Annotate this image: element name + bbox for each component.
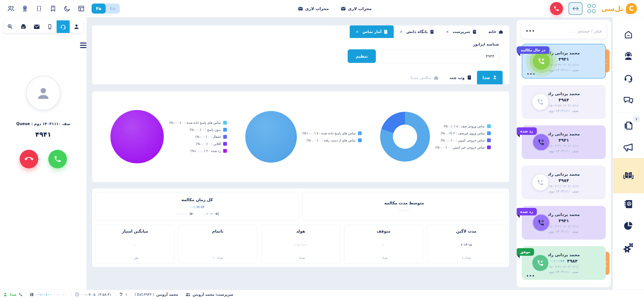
tab-home[interactable]: خانه: [482, 25, 509, 38]
supervisor-label: سرپرست: محمد آرونتن: [193, 292, 233, 296]
call-phone-icon[interactable]: [532, 94, 548, 110]
tab-call-stats-active[interactable]: آمار تماس ✕: [350, 25, 394, 38]
extension-number: ۴۹۴۱: [35, 131, 51, 138]
call-more-icon[interactable]: •••: [527, 72, 536, 77]
mobile-button[interactable]: [43, 20, 57, 33]
rail-item-home[interactable]: [613, 24, 644, 46]
award-badge-icon[interactable]: [21, 5, 29, 12]
statusbar-divider: [131, 292, 131, 297]
caller-extension: ۴۹۴۱: [558, 218, 569, 223]
stat-title: متوقف: [377, 229, 390, 234]
main-content: خانه سرپرست ✕ پایگاه دانش ✕ آمار تم: [87, 17, 515, 290]
headset-mode-button-active[interactable]: [57, 20, 70, 33]
call-phone-icon[interactable]: [532, 174, 548, 191]
tab-label: پایگاه دانش: [406, 29, 428, 34]
agent-profile-button[interactable]: [70, 20, 83, 33]
language-en[interactable]: En: [106, 6, 120, 11]
call-queue: صف ۱۴۰۳۱۱۱۰ دوم: [549, 68, 578, 72]
rail-item-headset[interactable]: [613, 67, 644, 89]
subtab-multimedia[interactable]: مالتی مدیا: [405, 71, 444, 84]
call-status-badge: موفق: [517, 248, 534, 256]
set-button[interactable]: تنظیم: [348, 49, 376, 63]
user-link-1[interactable]: محراب لاری: [341, 6, 372, 11]
legend-swatch: [223, 135, 227, 139]
total-call-time-card: کل زمان مکالمه ۰۰:۰۴:۱۳ ۰۰:۰۰:۰۰ ۰:۰۴:۱۳: [96, 192, 299, 221]
caller-name: محمد یزدانی راد: [548, 51, 580, 55]
live-call-phone-icon[interactable]: [533, 53, 550, 70]
tab-close-icon[interactable]: ✕: [400, 30, 403, 34]
braces-icon[interactable]: [35, 5, 43, 12]
hangup-call-button[interactable]: [550, 2, 563, 15]
rejected-call-phone-icon[interactable]: [532, 214, 550, 232]
subtab-voice-active[interactable]: صدا: [477, 71, 503, 84]
tab-close-icon[interactable]: ✕: [356, 30, 358, 34]
pause-icon[interactable]: [30, 293, 33, 296]
answer-button[interactable]: [48, 150, 67, 168]
phone-slash-icon[interactable]: [19, 292, 23, 297]
rail-item-announcements[interactable]: [613, 136, 644, 158]
success-call-phone-icon[interactable]: [532, 255, 548, 271]
rail-item-contacts[interactable]: [613, 193, 644, 215]
rail-item-documents[interactable]: ۷: [613, 115, 644, 136]
chart-legend: تماس های پاسخ داده شده : ۷ (۱۰.۰۰%) تماس…: [302, 131, 362, 142]
expand-horizontal-button[interactable]: [569, 2, 583, 15]
journal-icon: [467, 75, 471, 80]
calls-search-more-icon[interactable]: •••: [526, 29, 535, 33]
call-more-icon[interactable]: •••: [526, 274, 535, 278]
tab-knowledge[interactable]: پایگاه دانش ✕: [394, 25, 440, 38]
language-toggle[interactable]: Fa En: [92, 4, 120, 14]
rail-item-settings[interactable]: [613, 237, 644, 258]
language-fa[interactable]: Fa: [92, 4, 106, 14]
call-card[interactable]: محمد یزدانی راد ۴۹۸۴ ۱۵:۰۴:۱۱ ۱۴۰۴/۰۶/۱۶…: [522, 166, 606, 199]
tab-label: سرپرست: [453, 29, 470, 34]
journal-icon: [384, 30, 388, 34]
legend-item: اشغال : ۰ (۰.۰۰%): [169, 135, 227, 139]
dark-mode-moon-icon[interactable]: [63, 5, 71, 12]
tab-close-icon[interactable]: ✕: [446, 30, 449, 34]
stat-card-login-duration: مدت لاگین ۲:۱۳:۱۵ ۶ تعداد: [427, 225, 506, 264]
chat-bubbles-icon: [623, 94, 634, 105]
layout-icon[interactable]: [77, 5, 85, 12]
call-queue: صف ۱۴۰۳۱۱۱۰ دوم: [549, 189, 578, 193]
home-icon: [434, 76, 438, 80]
call-card-success[interactable]: موفق محمد یزدانی راد ۴۹۸۴ ۰۰:۰۰:۱۶ ۱۵:۰۲…: [522, 246, 606, 280]
call-queue: صف ۱۴۰۳۱۱۱۰ دوم: [549, 149, 578, 153]
tab-supervisor[interactable]: سرپرست ✕: [440, 25, 482, 38]
phone-icon: [54, 155, 62, 163]
call-card[interactable]: محمد یزدانی راد ۴۹۸۴ ۱۵:۰۴:۵۷ ۱۴۰۴/۰۶/۱۶…: [522, 85, 606, 119]
card-title: متوسط مدت مکالمه: [384, 201, 424, 205]
call-card-rejected[interactable]: رد شده محمد یزدانی راد ۴۹۴۱ ۱۵:۰۳:۲۱ ۱۴۰…: [522, 206, 606, 240]
statusbar: صدا ۰۰:۰۰:۰۰ ۰۰:۰۰:۰۰ ۰۰:۰۷:۰۵ ۱۴:۵۸:۴۱ …: [0, 290, 644, 299]
legend-label: رد شده : ۲ (۱۰۰.۰۰%): [190, 149, 221, 153]
fax-button[interactable]: [17, 20, 30, 33]
calls-search-box[interactable]: فیلتر / جستجو . . . •••: [521, 23, 606, 39]
mail-button[interactable]: [30, 20, 43, 33]
operator-id-input[interactable]: [381, 49, 499, 63]
call-card-rejected[interactable]: رد شده محمد یزدانی راد ۴۹۴۱ ۱۵:۰۴:۳۱ ۱۴۰…: [522, 125, 606, 159]
legend-swatch: [487, 131, 491, 135]
user-link-2[interactable]: محراب لاری: [298, 6, 329, 11]
main-tabstrip: خانه سرپرست ✕ پایگاه دانش ✕ آمار تم: [92, 25, 509, 38]
hangup-button[interactable]: [20, 150, 38, 168]
bookmark-icon[interactable]: [49, 5, 57, 12]
legend-swatch: [487, 138, 491, 142]
search-contact-button[interactable]: [4, 20, 17, 33]
subtab-webchat[interactable]: وب چت: [444, 71, 477, 84]
rail-item-chats[interactable]: [613, 89, 644, 110]
call-card-active[interactable]: در حال مکالمه محمد یزدانی راد ۴۹۴۱ ۱۵:۰۵…: [522, 44, 606, 79]
arrows-horizontal-icon: [572, 6, 579, 11]
rejected-call-phone-icon[interactable]: [532, 133, 550, 151]
statusbar-voice-status: صدا: [3, 292, 23, 297]
statusbar-queue-count: ۱: [119, 292, 128, 297]
rail-item-knowledge-active[interactable]: [613, 158, 644, 193]
call-datetime: ۱۵:۰۴:۳۱ ۱۴۰۴/۰۶/۱۶: [549, 144, 579, 148]
caller-name: محمد یزدانی راد: [548, 91, 580, 96]
rail-item-agent[interactable]: [613, 46, 644, 67]
menu-hamburger-icon[interactable]: [80, 43, 87, 48]
apps-grid-icon[interactable]: [588, 4, 596, 13]
topbar-right: C تل‌سی: [550, 2, 637, 15]
legend-item: تماس ورودی صف : ۸ (۰.۱۰%): [435, 124, 491, 128]
users-icon[interactable]: [7, 5, 15, 12]
search-person-icon: [7, 24, 13, 30]
rail-item-reports[interactable]: [613, 215, 644, 237]
